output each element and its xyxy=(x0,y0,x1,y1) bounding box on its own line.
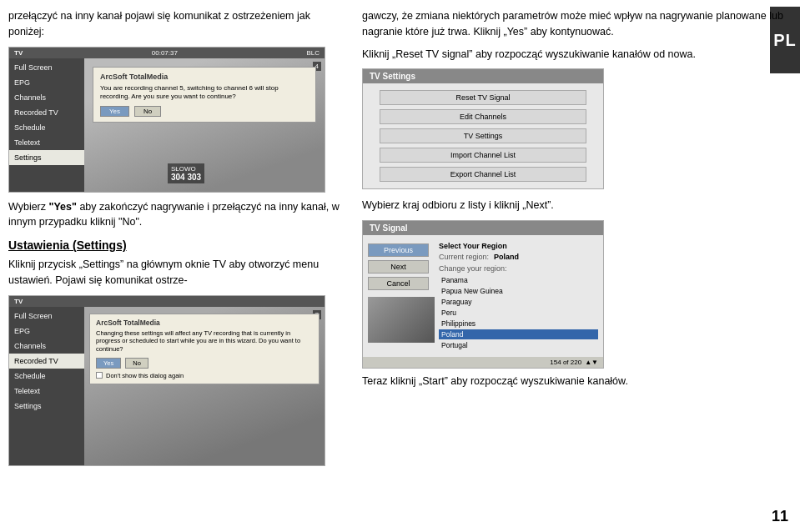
tv-mockup-bottom: TV Full Screen EPG Channels Recorded TV … xyxy=(8,295,325,466)
tv-signal-title: TV Signal xyxy=(363,221,603,235)
checkbox-icon[interactable] xyxy=(96,372,103,379)
tv-sidebar-bottom: Full Screen EPG Channels Recorded TV Sch… xyxy=(9,307,84,465)
sidebar-full-screen[interactable]: Full Screen xyxy=(9,60,84,75)
tv-settings-panel: TV Settings Reset TV Signal Edit Channel… xyxy=(362,68,604,189)
section-heading-settings: Ustawienia (Settings) xyxy=(8,238,345,252)
cancel-btn[interactable]: Cancel xyxy=(368,277,429,290)
dialog2-checkbox-row[interactable]: Don't show this dialog again xyxy=(96,372,313,379)
tv-settings-title: TV Settings xyxy=(363,69,603,83)
sidebar2-settings[interactable]: Settings xyxy=(9,399,84,414)
dialog-buttons-top: Yes No xyxy=(100,106,309,117)
tv-dialog-top: ArcSoft TotalMedia You are recording cha… xyxy=(93,67,316,123)
reset-tv-signal-btn[interactable]: Reset TV Signal xyxy=(380,90,586,105)
sidebar2-full-screen[interactable]: Full Screen xyxy=(9,309,84,324)
dialog2-yes-btn[interactable]: Yes xyxy=(96,358,121,369)
sidebar-settings[interactable]: Settings xyxy=(9,150,84,165)
dialog-text-top: You are recording channel 5, switching t… xyxy=(100,84,309,102)
tv-signal-panel: TV Signal Previous Next Cancel Select Yo… xyxy=(362,220,604,369)
tv-main-area-top: TRAF NA OTWARTĄ LINIĘ 4 ArcSoft TotalMed… xyxy=(84,58,325,192)
sidebar2-channels[interactable]: Channels xyxy=(9,339,84,354)
dialog2-title: ArcSoft TotalMedia xyxy=(96,319,313,327)
tv-title: TV xyxy=(14,49,23,57)
current-region-label: Current region: xyxy=(439,253,489,261)
warning-text-cont: gawczy, że zmiana niektórych parametrów … xyxy=(362,8,792,40)
tv-main-bottom: 7 ArcSoft TotalMedia Changing these sett… xyxy=(84,307,325,465)
sidebar-teletext[interactable]: Teletext xyxy=(9,135,84,150)
dialog-yes-btn[interactable]: Yes xyxy=(100,106,129,117)
select-region-label: Select Your Region xyxy=(439,242,598,250)
tv-signal-right: Select Your Region Current region: Polan… xyxy=(434,240,603,352)
footer-arrows[interactable]: ▲▼ xyxy=(585,359,598,366)
country-panama[interactable]: Panama xyxy=(439,275,598,285)
dialog2-no-btn[interactable]: No xyxy=(125,358,148,369)
tv-time: 00:07:37 xyxy=(152,49,178,57)
change-region-label: Change your region: xyxy=(439,264,598,273)
dialog-title-top: ArcSoft TotalMedia xyxy=(100,73,309,81)
reset-tv-text: Kliknij „Reset TV signal” aby rozpocząć … xyxy=(362,47,792,63)
select-region-text: Wybierz kraj odbioru z listy i kliknij „… xyxy=(362,198,792,213)
tv-mockup-inner-top: Full Screen EPG Channels Recorded TV Sch… xyxy=(9,58,325,192)
sidebar2-teletext[interactable]: Teletext xyxy=(9,384,84,399)
tv-settings-btn[interactable]: TV Settings xyxy=(380,128,586,143)
dialog-no-btn[interactable]: No xyxy=(134,106,161,117)
sidebar-epg[interactable]: EPG xyxy=(9,75,84,90)
tv-mockup2-inner: Full Screen EPG Channels Recorded TV Sch… xyxy=(9,307,325,465)
yes-no-text: Wybierz "Yes" aby zakończyć nagrywanie i… xyxy=(8,199,345,231)
sidebar-schedule[interactable]: Schedule xyxy=(9,120,84,135)
country-paraguay[interactable]: Paraguay xyxy=(439,297,598,307)
tv-signal-body: Previous Next Cancel Select Your Region … xyxy=(363,235,603,357)
country-poland[interactable]: Poland xyxy=(439,329,598,339)
country-list: Panama Papua New Guinea Paraguay Peru Ph… xyxy=(439,275,598,350)
sidebar-channels[interactable]: Channels xyxy=(9,90,84,105)
tv-dialog-bottom: ArcSoft TotalMedia Changing these settin… xyxy=(89,314,319,384)
left-column: przełączyć na inny kanał pojawi się komu… xyxy=(8,8,359,524)
current-region-row: Current region: Poland xyxy=(439,253,598,261)
tv-logo: BLC xyxy=(306,49,319,57)
next-btn[interactable]: Next xyxy=(368,260,429,274)
country-papua[interactable]: Papua New Guinea xyxy=(439,286,598,296)
import-channel-list-btn[interactable]: Import Channel List xyxy=(380,148,586,163)
export-channel-list-btn[interactable]: Export Channel List xyxy=(380,167,586,182)
tv-header-bottom: TV xyxy=(9,296,325,307)
tv-header-top: TV 00:07:37 BLC xyxy=(9,48,325,58)
tv-signal-footer: 154 of 220 ▲▼ xyxy=(363,357,603,368)
dialog2-buttons: Yes No xyxy=(96,358,313,369)
footer-count: 154 of 220 xyxy=(550,359,581,366)
country-portugal[interactable]: Portugal xyxy=(439,340,598,350)
checkbox-label: Don't show this dialog again xyxy=(106,372,184,379)
start-search-text: Teraz kliknij „Start” aby rozpocząć wysz… xyxy=(362,374,792,389)
tv-settings-body: Reset TV Signal Edit Channels TV Setting… xyxy=(363,83,603,188)
right-column: gawczy, że zmiana niektórych parametrów … xyxy=(359,8,792,524)
tv-sidebar-top: Full Screen EPG Channels Recorded TV Sch… xyxy=(9,58,84,192)
tv-signal-left: Previous Next Cancel xyxy=(363,240,434,352)
sidebar-recorded-tv[interactable]: Recorded TV xyxy=(9,105,84,120)
previous-btn[interactable]: Previous xyxy=(368,243,429,257)
slowo-label: SŁOWO 304 303 xyxy=(168,163,204,183)
current-region-value: Poland xyxy=(494,253,519,261)
edit-channels-btn[interactable]: Edit Channels xyxy=(380,109,586,124)
tv-mockup-top: TV 00:07:37 BLC Full Screen EPG Channels… xyxy=(8,47,325,193)
sidebar2-recorded-tv[interactable]: Recorded TV xyxy=(9,354,84,369)
sidebar2-epg[interactable]: EPG xyxy=(9,324,84,339)
country-philippines[interactable]: Philippines xyxy=(439,319,598,329)
intro-text-1: przełączyć na inny kanał pojawi się komu… xyxy=(8,8,345,40)
country-peru[interactable]: Peru xyxy=(439,308,598,318)
tv-thumbnail xyxy=(368,297,435,343)
tv-title-bottom: TV xyxy=(14,298,23,305)
dialog2-text: Changing these settings will affect any … xyxy=(96,329,313,354)
settings-text-1: Kliknij przycisk „Settings” na głównym o… xyxy=(8,257,345,289)
sidebar2-schedule[interactable]: Schedule xyxy=(9,369,84,384)
